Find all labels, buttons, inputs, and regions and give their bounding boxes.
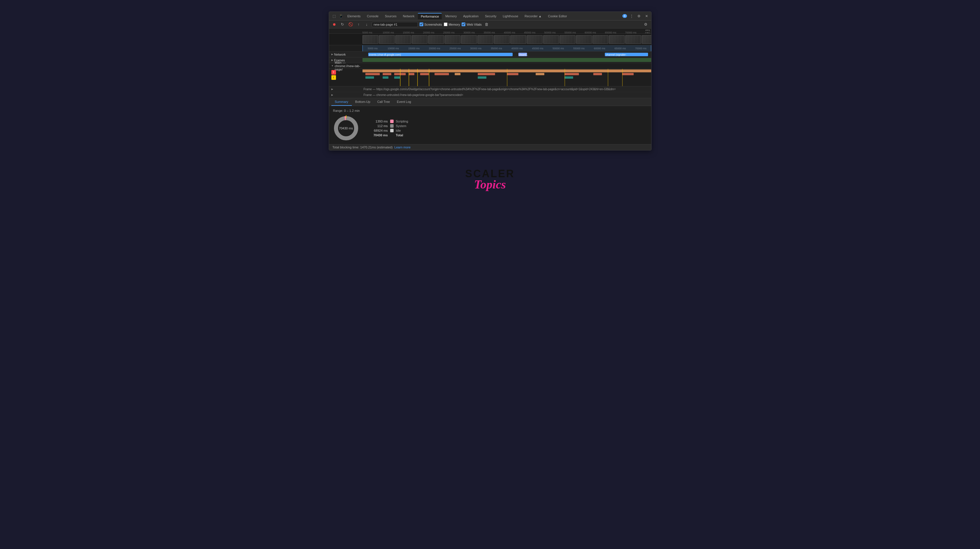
screenshot-thumb-7 — [461, 35, 477, 44]
flame-bar-4 — [409, 73, 414, 75]
summary-content: 70430 ms 1393 ms Scripting 112 ms System — [333, 115, 647, 141]
frames-bars — [363, 57, 651, 63]
trash-button[interactable]: 🗑 — [484, 21, 490, 28]
tab-application[interactable]: Application — [460, 13, 482, 19]
screenshot-thumb-10 — [510, 35, 526, 44]
idle-dot — [390, 129, 394, 132]
frame-2-expand-icon[interactable]: ▶ — [331, 94, 333, 96]
flame-bar-2 — [383, 73, 391, 75]
more-tools-icon[interactable]: ⋮ — [629, 13, 635, 19]
memory-checkbox[interactable] — [444, 22, 447, 26]
memory-checkbox-label[interactable]: Memory — [444, 22, 460, 26]
memory-label: Memory — [449, 23, 460, 26]
flame-bar-11 — [565, 73, 579, 75]
screenshot-thumb-17 — [625, 35, 641, 44]
tab-cookie-editor[interactable]: Cookie Editor — [545, 13, 570, 19]
devtools-tab-bar: ⬚ 📱 Elements Console Sources Network Per… — [329, 12, 651, 21]
tab-bottom-up[interactable]: Bottom-Up — [352, 98, 374, 106]
inspect-icon[interactable]: ⬚ — [331, 13, 337, 19]
frame-row-1[interactable]: ▶ Frame — https://ogs.google.com/u/0/wid… — [329, 86, 651, 92]
web-vitals-checkbox[interactable] — [461, 22, 465, 26]
url-input[interactable] — [372, 22, 418, 27]
network-expand-icon[interactable]: ▶ — [331, 53, 333, 56]
network-bar-channel: channel (signaler-pa.clients6.google.com… — [605, 53, 648, 56]
record-button[interactable]: ⏺ — [331, 21, 338, 28]
page-wrapper: ⬚ 📱 Elements Console Sources Network Per… — [0, 0, 980, 203]
flame-bar-1 — [365, 73, 380, 75]
flame-bar-7 — [455, 73, 460, 75]
devtools-window: ⬚ 📱 Elements Console Sources Network Per… — [329, 11, 652, 150]
marker-2 — [409, 69, 409, 86]
screenshots-checkbox-label[interactable]: Screenshots — [420, 22, 442, 26]
settings-icon[interactable]: ⚙ — [636, 13, 642, 19]
range-text: Range: 0 – 1.2 min — [333, 109, 647, 112]
tab-security[interactable]: Security — [482, 13, 500, 19]
screenshot-thumb-8 — [477, 35, 493, 44]
tab-memory[interactable]: Memory — [442, 13, 460, 19]
reload-record-button[interactable]: ↻ — [339, 21, 346, 28]
flame-chart — [363, 69, 651, 86]
screenshot-thumb-18 — [642, 35, 651, 44]
flame-sub-3 — [394, 76, 400, 79]
total-label: Total — [396, 134, 403, 137]
performance-toolbar: ⏺ ↻ 🚫 ↑ ↓ Screenshots Memory Web Vitals … — [329, 21, 651, 29]
ruler-mark-50000: 50000 ms — [544, 31, 556, 34]
network-label-text: Network — [334, 53, 346, 56]
close-icon[interactable]: ✕ — [644, 13, 649, 19]
device-icon[interactable]: 📱 — [338, 13, 344, 19]
screenshot-thumb-1 — [363, 35, 378, 44]
clear-button[interactable]: 🚫 — [347, 21, 354, 28]
bottom-tab-bar: Summary Bottom-Up Call Tree Event Log — [329, 98, 651, 106]
upload-button[interactable]: ↑ — [356, 21, 362, 28]
flame-bar-10 — [536, 73, 544, 75]
tab-lighthouse[interactable]: Lighthouse — [500, 13, 521, 19]
tab-elements[interactable]: Elements — [345, 13, 364, 19]
main-thread-header: ▼ Main — chrome://new-tab-page/ — [329, 63, 651, 69]
tab-summary[interactable]: Summary — [331, 98, 352, 106]
screenshots-checkbox[interactable] — [420, 22, 423, 26]
settings-toolbar-button[interactable]: ⚙ — [643, 21, 649, 28]
tab-network[interactable]: Network — [400, 13, 417, 19]
summary-row-scripting: 1393 ms Scripting — [368, 119, 408, 123]
learn-more-link[interactable]: Learn more — [395, 146, 410, 149]
screenshot-thumb-3 — [395, 35, 411, 44]
idle-ms: 68924 ms — [368, 129, 388, 132]
frame-2-label: ▶ — [329, 94, 363, 96]
main-timeline: T ! — [329, 69, 651, 86]
brand-section: SCALER Topics — [465, 168, 515, 191]
system-label: System — [396, 124, 407, 128]
donut-center-text: 70430 ms — [339, 127, 353, 130]
tab-console[interactable]: Console — [364, 13, 381, 19]
donut-value: 70430 ms — [339, 127, 353, 130]
frame-row-2[interactable]: ▶ Frame — chrome-untrusted://new-tab-pag… — [329, 92, 651, 98]
marker-1 — [400, 69, 401, 86]
web-vitals-checkbox-label[interactable]: Web Vitals — [461, 22, 482, 26]
ruler-mark-25000: 25000 ms — [443, 31, 455, 34]
tab-event-log[interactable]: Event Log — [393, 98, 415, 106]
network-label[interactable]: ▶ Network — [329, 53, 363, 56]
frames-section: ▶ Frames — [329, 57, 651, 63]
tab-recorder[interactable]: Recorder ▲ — [522, 13, 545, 19]
ruler-mark-65000: 65000 ms — [605, 31, 616, 34]
download-button[interactable]: ↓ — [364, 21, 370, 28]
tab-performance[interactable]: Performance — [418, 13, 442, 19]
timeline-selection[interactable] — [363, 45, 651, 51]
flame-sub-5 — [565, 76, 573, 79]
donut-chart: 70430 ms — [333, 115, 359, 141]
tab-sources[interactable]: Sources — [382, 13, 399, 19]
exc-icon: ! — [331, 75, 336, 80]
ruler-mark-35000: 35000 ms — [484, 31, 495, 34]
tab-call-tree[interactable]: Call Tree — [374, 98, 393, 106]
timeline-detail-header[interactable]: 5000 ms 10000 ms 15000 ms 20000 ms 25000… — [329, 45, 651, 52]
ruler-mark-10000: 10000 ms — [383, 31, 394, 34]
frame-1-expand-icon[interactable]: ▶ — [331, 88, 333, 91]
ruler-mark-45000: 45000 ms — [524, 31, 536, 34]
ruler-mark-55000: 55000 ms — [565, 31, 576, 34]
network-section: ▶ Network events (chat-dl.google.com) cl… — [329, 52, 651, 57]
main-expand-icon[interactable]: ▼ — [331, 65, 334, 67]
screenshot-thumb-15 — [592, 35, 608, 44]
screenshot-thumb-14 — [576, 35, 592, 44]
network-bar-cleard: cleard... — [519, 53, 527, 56]
screenshot-thumb-13 — [560, 35, 576, 44]
marker-8 — [622, 69, 623, 86]
